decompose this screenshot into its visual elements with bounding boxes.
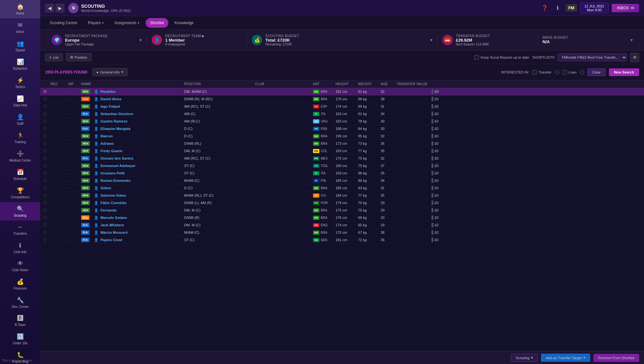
recruitment-package-expand[interactable]: ▾: [139, 37, 142, 43]
row-select[interactable]: [43, 142, 51, 145]
transfer-checkbox-box[interactable]: [532, 70, 537, 74]
row-select[interactable]: [43, 157, 51, 160]
position-view-button[interactable]: ⊞ Position: [66, 53, 91, 61]
transfer-checkbox[interactable]: Transfer: [532, 70, 552, 74]
sidebar-item-dynamics[interactable]: 📊 Dynamics: [0, 55, 40, 74]
table-row[interactable]: – Wnt 👤 Paulinho DM, M/AM (C) BR BRA 181…: [40, 88, 644, 95]
row-select[interactable]: [43, 112, 51, 115]
table-row[interactable]: – Una 👤 Daniel Alves D/WB (R), M (RC) BR…: [40, 95, 644, 103]
row-select[interactable]: [43, 97, 51, 101]
th-weight[interactable]: WEIGHT: [358, 82, 381, 86]
player-name[interactable]: 👤 Sidnei: [94, 186, 184, 190]
table-row[interactable]: – FrA 👤 Sebastian Giovinco AM (C) IT ITA…: [40, 110, 644, 118]
th-age[interactable]: AGE: [381, 82, 397, 86]
keep-scout-checkbox-box[interactable]: [474, 55, 479, 60]
add-transfer-target-button[interactable]: Add as Transfer Target ▾: [541, 354, 590, 362]
table-row[interactable]: – Wnt 👤 Emmanuel Adebayor ST (C) TO TOG …: [40, 162, 644, 170]
player-name[interactable]: 👤 Daniel Alves: [94, 97, 184, 101]
sidebar-item-bteam[interactable]: 🅱 B Team: [0, 312, 40, 330]
info-icon-btn[interactable]: ℹ: [553, 3, 563, 13]
row-select[interactable]: [43, 149, 51, 152]
player-name[interactable]: 👤 Giovani dos Santos: [94, 156, 184, 161]
th-name[interactable]: NAME: [81, 82, 94, 86]
loan-checkbox[interactable]: Loan: [563, 70, 576, 74]
inbox-button[interactable]: INBOX ✉: [612, 4, 639, 12]
sidebar-item-squad[interactable]: 👥 Squad: [0, 37, 40, 55]
scouting-budget-expand[interactable]: ▾: [430, 37, 432, 43]
sidebar-item-medical[interactable]: ➕ Medical Centre: [0, 147, 40, 165]
th-club[interactable]: CLUB: [255, 82, 313, 86]
row-select[interactable]: [43, 172, 51, 175]
tab-players[interactable]: Players ▾: [83, 18, 108, 28]
sidebar-item-training[interactable]: 🏃 Training: [0, 129, 40, 147]
sidebar-item-finances[interactable]: 💰 Finances: [0, 275, 40, 293]
player-name[interactable]: 👤 Emmanuel Adebayor: [94, 164, 184, 168]
sidebar-item-home[interactable]: 🏠 Home: [0, 0, 40, 18]
player-name[interactable]: 👤 Adriano: [94, 142, 184, 146]
player-name[interactable]: 👤 Sebastian Giovinco: [94, 112, 184, 116]
table-row[interactable]: – Wnt 👤 Salomon Kalou M/AM (RL), ST (C) …: [40, 192, 644, 199]
sidebar-item-schedule[interactable]: 📅 Schedule: [0, 165, 40, 184]
clear-button[interactable]: Clear: [587, 68, 605, 76]
sidebar-item-under18s[interactable]: 🔢 Under 18s: [0, 330, 40, 348]
player-name[interactable]: 👤 Marcelo Goiano: [94, 216, 184, 220]
loan-radio[interactable]: [580, 70, 584, 74]
player-name[interactable]: 👤 Salomon Kalou: [94, 193, 184, 198]
player-name[interactable]: 👤 Maicon: [94, 134, 184, 138]
table-row[interactable]: – Wnt 👤 Sidnei D (C) BR BRA 185 cm 83 kg…: [40, 184, 644, 192]
player-name[interactable]: 👤 Fábio Coentrão: [94, 201, 184, 205]
row-select[interactable]: [43, 179, 51, 182]
table-row[interactable]: – FrA 👤 Papiss Cissé ST (C) SE SEN 181 c…: [40, 236, 644, 244]
sidebar-item-scouting[interactable]: 🔍 Scouting: [0, 202, 40, 221]
table-row[interactable]: – FrA 👤 Eliaquim Mangala D (C) FR FRA 18…: [40, 125, 644, 133]
sidebar-item-clubvision[interactable]: 👁 Club Vision: [0, 257, 40, 275]
general-info-button[interactable]: ● General Info ▾: [92, 68, 128, 76]
row-select[interactable]: [43, 90, 51, 93]
row-select[interactable]: [43, 216, 51, 219]
th-value[interactable]: TRANSFER VALUE: [397, 82, 439, 86]
tab-knowledge[interactable]: Knowledge: [170, 18, 198, 28]
tab-scouting-centre[interactable]: Scouting Centre: [45, 18, 82, 28]
player-name[interactable]: 👤 Fernando: [94, 208, 184, 212]
player-name[interactable]: 👤 Jack Wilshere: [94, 223, 184, 227]
row-select[interactable]: [43, 134, 51, 138]
table-row[interactable]: – Wnt 👤 Maicon D (C) BR BRA 190 cm 85 kg…: [40, 133, 644, 140]
sidebar-item-tactics[interactable]: ⚡ Tactics: [0, 74, 40, 92]
table-row[interactable]: – Ora 👤 Marcelo Goiano D/WB (R) BR BRA 1…: [40, 214, 644, 221]
remove-shortlist-button[interactable]: Remove From Shortlist: [593, 354, 639, 362]
th-nat[interactable]: NAT: [313, 82, 336, 86]
help-icon-btn[interactable]: ❓: [540, 3, 550, 13]
sidebar-item-inbox[interactable]: ✉ Inbox: [0, 18, 40, 37]
table-row[interactable]: – Wnt 👤 Graziano Pellè ST (C) IT ITA 193…: [40, 170, 644, 177]
table-row[interactable]: – Wnt 👤 Fábio Coentrão D/WB (L), AM (R) …: [40, 199, 644, 207]
player-name[interactable]: 👤 Iago Falqué: [94, 104, 184, 109]
table-row[interactable]: – Wnt 👤 Fredy Guarín DM, M (C) CO COL 18…: [40, 147, 644, 155]
table-row[interactable]: – Wnt 👤 Gastón Ramírez AM (RLC) UR URU 1…: [40, 118, 644, 125]
row-select[interactable]: [43, 120, 51, 123]
table-row[interactable]: – Wnt 👤 Fernando DM, M (C) BR BRA 175 cm…: [40, 207, 644, 214]
table-row[interactable]: – FrA 👤 Márcio Mossoró M/AM (C) BR BRA 1…: [40, 229, 644, 236]
row-select[interactable]: [43, 105, 51, 108]
new-search-button[interactable]: New Search: [609, 68, 639, 76]
shortlist-settings-button[interactable]: ⚙: [630, 53, 639, 62]
table-row[interactable]: – FrA 👤 Giovani dos Santos AM (RC), ST (…: [40, 155, 644, 162]
back-button[interactable]: ◀: [45, 4, 54, 13]
player-name[interactable]: 👤 Gastón Ramírez: [94, 119, 184, 123]
th-height[interactable]: HEIGHT: [336, 82, 358, 86]
tab-shortlist[interactable]: Shortlist: [146, 18, 168, 28]
player-name[interactable]: 👤 Fredy Guarín: [94, 149, 184, 153]
row-select[interactable]: [43, 201, 51, 204]
table-row[interactable]: – Wnt 👤 Iago Falqué AM (RC), ST (C) ES E…: [40, 103, 644, 110]
player-name[interactable]: 👤 Eliaquim Mangala: [94, 127, 184, 131]
wage-budget-expand[interactable]: ▾: [630, 37, 633, 43]
player-name[interactable]: 👤 Graziano Pellè: [94, 171, 184, 175]
keep-scout-checkbox[interactable]: Keep Scout Reports up to date: [474, 55, 529, 60]
sidebar-item-competitions[interactable]: 🏆 Competitions: [0, 184, 40, 202]
row-select[interactable]: [43, 164, 51, 167]
player-name[interactable]: 👤 Roman Eremenko: [94, 179, 184, 183]
sidebar-item-transfers[interactable]: ↔ Transfers: [0, 221, 40, 239]
th-inf[interactable]: INF: [68, 82, 81, 86]
loan-checkbox-box[interactable]: [563, 70, 567, 74]
player-name[interactable]: 👤 Papiss Cissé: [94, 238, 184, 242]
player-name[interactable]: 👤 Paulinho: [94, 90, 184, 94]
